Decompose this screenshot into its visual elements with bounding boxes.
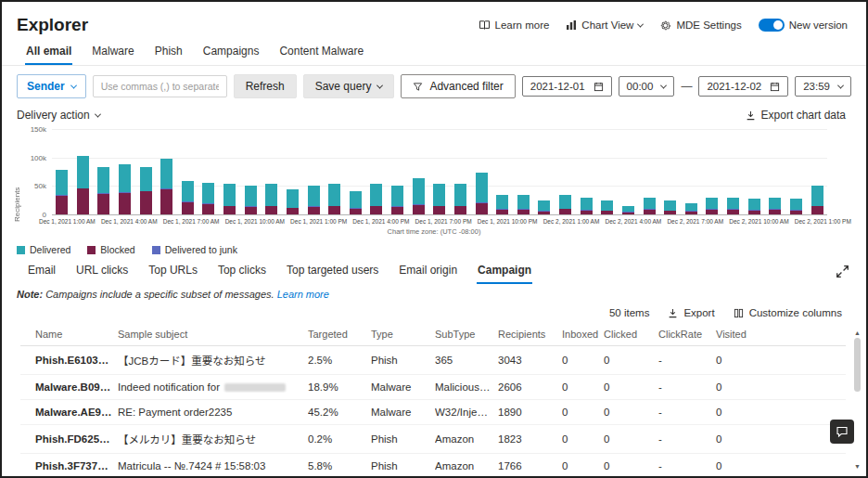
new-version-toggle[interactable]: New version [759,19,848,32]
chart-bar[interactable] [56,170,68,214]
chart-bar[interactable] [769,198,781,214]
scrollbar[interactable]: ▲ ▼ [851,329,863,472]
chart-bar[interactable] [328,184,340,214]
note-learn-more-link[interactable]: Learn more [277,289,329,300]
scroll-down-icon[interactable]: ▼ [854,462,861,472]
chart-bar[interactable] [790,199,802,214]
tab-email-origin[interactable]: Email origin [389,258,466,284]
chart-bar[interactable] [517,195,530,214]
column-header-clickrate[interactable]: ClickRate [658,329,716,340]
legend-item-delivered-to-junk[interactable]: Delivered to junk [152,244,237,255]
bar-segment [644,210,656,214]
tab-content-malware[interactable]: Content Malware [270,39,373,65]
scrollbar-thumb[interactable] [854,338,861,392]
cell-name[interactable]: Phish.E61038F1 [20,355,118,366]
scroll-up-icon[interactable]: ▲ [854,329,861,338]
cell-name[interactable]: Malware.B09244DE [20,381,118,393]
chart-view-dropdown[interactable]: Chart View [566,19,643,31]
learn-more-button[interactable]: Learn more [479,19,550,31]
chart-bar[interactable] [622,206,634,214]
chart-bar[interactable] [538,200,550,214]
feedback-button[interactable] [830,420,854,444]
chart-bar[interactable] [748,199,760,214]
chart-bar[interactable] [119,164,131,214]
end-date-field[interactable]: 2021-12-02 [698,76,788,97]
chart-bar[interactable] [413,178,425,214]
scrollbar-track[interactable] [854,338,861,462]
tab-email[interactable]: Email [19,258,65,284]
filter-input[interactable] [93,75,227,97]
chart-bar[interactable] [182,181,194,214]
chart-bar[interactable] [496,195,508,214]
chart-bar[interactable] [433,184,445,214]
tab-top-targeted-users[interactable]: Top targeted users [277,258,388,284]
toggle-switch-icon[interactable] [759,19,785,32]
start-time-select[interactable]: 00:00 [619,76,675,97]
chart-bar[interactable] [97,167,109,215]
column-header-recipients[interactable]: Recipients [498,329,562,340]
column-header-name[interactable]: Name [20,329,118,340]
chart-bar[interactable] [685,203,697,214]
chart-bar[interactable] [391,186,403,214]
column-header-subtype[interactable]: SubType [435,329,498,340]
chart-bar[interactable] [664,200,676,214]
refresh-button[interactable]: Refresh [234,74,297,98]
legend-item-blocked[interactable]: Blocked [87,244,134,255]
tab-top-urls[interactable]: Top URLs [139,258,207,284]
tab-all-email[interactable]: All email [17,39,81,65]
chart-bar[interactable] [706,198,718,214]
start-date-field[interactable]: 2021-12-01 [522,76,612,97]
column-header-subject[interactable]: Sample subject [118,329,308,340]
chart-bar[interactable] [644,198,656,214]
tab-malware[interactable]: Malware [83,39,143,65]
cell-name[interactable]: Malware.AE914AFA [20,407,118,418]
chart-bar[interactable] [308,186,320,214]
legend-item-delivered[interactable]: Delivered [17,244,70,255]
sender-dropdown[interactable]: Sender [17,74,86,98]
chart-bar[interactable] [77,156,89,214]
chart-bar[interactable] [160,159,172,214]
chart-bar[interactable] [202,183,214,214]
cell-name[interactable]: Phish.3F7371FF [20,460,118,472]
end-time-select[interactable]: 23:59 [795,76,851,97]
advanced-filter-button[interactable]: Advanced filter [401,74,515,98]
column-header-inboxed[interactable]: Inboxed [562,329,604,340]
cell-name[interactable]: Phish.FD6259AF [20,433,118,445]
tab-phish[interactable]: Phish [146,39,192,65]
delivery-action-dropdown[interactable]: Delivery action [17,109,100,122]
table-row[interactable]: Malware.B09244DEIndeed notification for1… [20,375,846,400]
column-header-targeted[interactable]: Targeted [308,329,371,340]
tab-campaign[interactable]: Campaign [468,258,541,284]
customize-columns-button[interactable]: Customize columns [734,307,842,318]
export-chart-button[interactable]: Export chart data [746,109,846,122]
table-row[interactable]: Phish.3F7371FFMatricula -- №.7424 # 15:5… [20,454,846,478]
chart-bar[interactable] [370,184,382,214]
tab-url-clicks[interactable]: URL clicks [67,258,137,284]
chart-bar[interactable] [476,173,488,214]
chart-bar[interactable] [601,200,613,214]
chart-bar[interactable] [559,195,571,214]
column-header-type[interactable]: Type [371,329,435,340]
chart-bar[interactable] [245,186,257,214]
chart-bar[interactable] [265,184,277,214]
save-query-dropdown[interactable]: Save query [303,74,395,98]
tab-top-clicks[interactable]: Top clicks [209,258,275,284]
column-header-visited[interactable]: Visited [716,329,846,340]
column-header-clicked[interactable]: Clicked [604,329,658,340]
table-row[interactable]: Phish.FD6259AF【メルカリ】重要なお知らせ0.2%PhishAmaz… [20,425,846,454]
table-row[interactable]: Phish.E61038F1【JCBカード】重要なお知らせ2.5%Phish36… [20,346,846,375]
expand-button[interactable] [832,261,853,282]
export-button[interactable]: Export [668,307,714,318]
table-row[interactable]: Malware.AE914AFARE: Payment order223545.… [20,400,846,425]
tab-campaigns[interactable]: Campaigns [194,39,269,65]
chart-bar[interactable] [581,198,593,214]
chart-bar[interactable] [223,184,236,214]
chart-bar[interactable] [811,186,823,214]
calendar-icon [594,82,604,92]
chart-bar[interactable] [454,184,466,214]
chart-bar[interactable] [287,189,299,214]
chart-bar[interactable] [727,198,739,214]
chart-bar[interactable] [350,191,362,214]
chart-bar[interactable] [140,167,152,215]
mde-settings-button[interactable]: MDE Settings [659,19,741,32]
